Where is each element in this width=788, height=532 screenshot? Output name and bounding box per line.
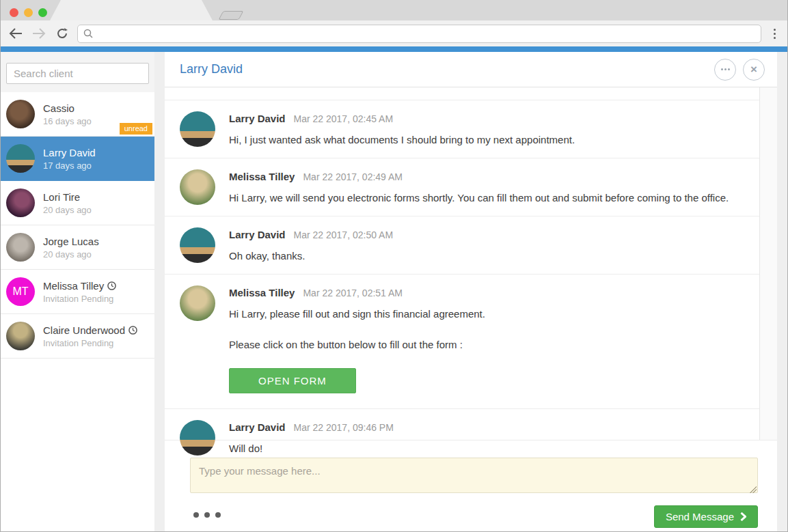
message-timestamp: Mar 22 2017, 09:46 PM: [294, 422, 394, 433]
message-timestamp: Mar 22 2017, 02:45 AM: [294, 113, 394, 124]
message: Larry David Mar 22 2017, 02:45 AM Hi, I …: [165, 100, 759, 158]
address-input[interactable]: [97, 25, 755, 42]
app-body: Cassio 16 days ago unread Larry David 17…: [1, 52, 787, 531]
back-arrow-icon: [9, 28, 23, 39]
client-item-larry-david[interactable]: Larry David 17 days ago: [1, 137, 154, 181]
message-author: Melissa Tilley: [229, 287, 295, 298]
message-timestamp: Mar 22 2017, 02:51 AM: [303, 288, 403, 298]
avatar: [6, 188, 35, 217]
client-name: Larry David: [43, 147, 149, 158]
chat-more-button[interactable]: [714, 59, 736, 81]
avatar: [6, 233, 35, 262]
client-item-jorge-lucas[interactable]: Jorge Lucas 20 days ago: [1, 225, 154, 270]
avatar: [6, 144, 35, 173]
forward-arrow-icon: [32, 28, 46, 39]
message-author: Larry David: [229, 113, 286, 124]
chat-panel: Larry David × Larry: [165, 52, 777, 531]
client-item-lori-tire[interactable]: Lori Tire 20 days ago: [1, 181, 154, 225]
message-history[interactable]: Larry David Mar 22 2017, 02:45 AM Hi, I …: [165, 87, 777, 440]
avatar-initials: MT: [6, 277, 35, 306]
panel-gap: [777, 52, 787, 531]
new-tab-button[interactable]: [219, 11, 244, 20]
message-text: Hi Larry, we will send you electronic fo…: [229, 192, 742, 204]
client-info: Claire Underwood Invitation Pending: [43, 324, 149, 348]
browser-tab-strip: [1, 0, 787, 20]
message-text: Oh okay, thanks.: [229, 250, 742, 262]
browser-menu-button[interactable]: [768, 29, 780, 39]
window-controls: [10, 8, 47, 17]
avatar: [6, 100, 35, 128]
resize-handle[interactable]: [750, 486, 757, 493]
client-info: Lori Tire 20 days ago: [43, 191, 149, 215]
refresh-icon: [56, 27, 68, 40]
avatar: [180, 111, 215, 147]
send-message-button[interactable]: Send Message: [654, 505, 758, 528]
client-sidebar: Cassio 16 days ago unread Larry David 17…: [1, 52, 154, 531]
pending-clock-icon: [128, 326, 137, 335]
search-icon: [83, 29, 93, 38]
client-name: Melissa Tilley: [43, 280, 149, 292]
avatar: [180, 285, 215, 321]
client-last-activity: 20 days ago: [43, 205, 149, 215]
message-text: Please click on the button below to fill…: [229, 339, 742, 350]
app-accent-bar: [1, 46, 787, 52]
client-status: Invitation Pending: [43, 338, 149, 348]
forward-button[interactable]: [31, 25, 47, 42]
message: Melissa Tilley Mar 22 2017, 02:49 AM Hi …: [165, 158, 759, 216]
chat-title: Larry David: [180, 62, 243, 76]
back-button[interactable]: [8, 25, 24, 42]
client-info: Melissa Tilley Invitation Pending: [43, 280, 149, 304]
client-name: Claire Underwood: [43, 324, 149, 336]
client-status: Invitation Pending: [43, 294, 149, 304]
message-author: Larry David: [229, 229, 286, 240]
chevron-right-icon: [740, 512, 746, 521]
avatar: [180, 420, 215, 456]
avatar: [180, 227, 215, 263]
client-item-cassio[interactable]: Cassio 16 days ago unread: [1, 92, 154, 137]
browser-tab[interactable]: [50, 0, 213, 20]
browser-toolbar: [1, 20, 787, 46]
avatar: [6, 322, 35, 350]
message-text: Will do!: [229, 443, 742, 454]
client-search-section: [1, 52, 154, 92]
message-text: Hi, I just wanted ask what documents I s…: [229, 134, 742, 145]
open-form-button[interactable]: OPEN FORM: [229, 368, 356, 393]
chat-close-button[interactable]: ×: [743, 59, 765, 81]
unread-badge: unread: [120, 123, 152, 135]
message-list: Larry David Mar 22 2017, 02:45 AM Hi, I …: [165, 87, 759, 466]
send-message-label: Send Message: [666, 511, 734, 522]
message: Melissa Tilley Mar 22 2017, 02:51 AM Hi …: [165, 274, 759, 408]
client-last-activity: 20 days ago: [43, 249, 149, 260]
client-info: Larry David 17 days ago: [43, 147, 149, 171]
client-last-activity: 17 days ago: [43, 160, 149, 171]
message-text: Hi Larry, please fill out and sign this …: [229, 308, 742, 320]
browser-window: Cassio 16 days ago unread Larry David 17…: [0, 0, 788, 532]
search-client-input[interactable]: [6, 63, 149, 84]
client-item-claire-underwood[interactable]: Claire Underwood Invitation Pending: [1, 314, 154, 359]
chat-header-actions: ×: [714, 59, 765, 81]
composer-options-dots[interactable]: [193, 512, 221, 518]
message-timestamp: Mar 22 2017, 02:49 AM: [303, 171, 403, 182]
close-window-button[interactable]: [10, 8, 18, 17]
message-timestamp: Mar 22 2017, 02:50 AM: [294, 229, 394, 240]
chat-header: Larry David ×: [165, 52, 777, 87]
panel-gap: [154, 52, 165, 531]
message: Larry David Mar 22 2017, 02:50 AM Oh oka…: [165, 216, 759, 274]
client-list: Cassio 16 days ago unread Larry David 17…: [1, 92, 154, 359]
ellipsis-icon: [721, 68, 730, 70]
client-name: Lori Tire: [43, 191, 149, 203]
message-author: Melissa Tilley: [229, 171, 295, 182]
message-author: Larry David: [229, 421, 286, 433]
pending-clock-icon: [107, 281, 116, 290]
client-name: Jorge Lucas: [43, 236, 149, 247]
message-input[interactable]: [190, 458, 758, 493]
client-item-melissa-tilley[interactable]: MT Melissa Tilley Invitation Pending: [1, 270, 154, 314]
message-scrollbar[interactable]: [759, 87, 777, 440]
minimize-window-button[interactable]: [24, 8, 33, 17]
maximize-window-button[interactable]: [38, 8, 47, 17]
client-name: Cassio: [43, 102, 149, 114]
close-icon: ×: [750, 64, 757, 75]
refresh-button[interactable]: [54, 25, 70, 42]
client-info: Jorge Lucas 20 days ago: [43, 236, 149, 260]
address-bar[interactable]: [77, 25, 761, 43]
